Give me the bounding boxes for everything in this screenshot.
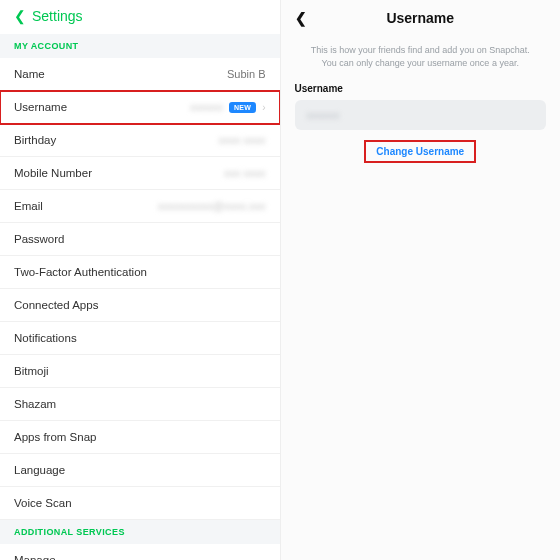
row-label: Birthday bbox=[14, 134, 56, 146]
chevron-right-icon: › bbox=[262, 102, 265, 113]
row-value: xxxxxxxxxx@xxxx.xxx bbox=[158, 200, 266, 212]
settings-title: Settings bbox=[32, 8, 83, 24]
row-label: Language bbox=[14, 464, 65, 476]
row-label: Apps from Snap bbox=[14, 431, 96, 443]
username-field-value: xxxxxx bbox=[307, 109, 340, 121]
settings-list: MY ACCOUNTNameSubin BUsernamexxxxxxNEW›B… bbox=[0, 34, 280, 560]
settings-row-email[interactable]: Emailxxxxxxxxxx@xxxx.xxx bbox=[0, 190, 280, 223]
settings-row-voice-scan[interactable]: Voice Scan bbox=[0, 487, 280, 520]
row-label: Manage bbox=[14, 554, 56, 560]
settings-row-birthday[interactable]: Birthdayxxxx xxxx bbox=[0, 124, 280, 157]
back-icon[interactable]: ❮ bbox=[14, 8, 26, 24]
row-value: xxxx xxxx bbox=[218, 134, 265, 146]
row-value: Subin B bbox=[227, 68, 266, 80]
row-label: Connected Apps bbox=[14, 299, 98, 311]
settings-row-bitmoji[interactable]: Bitmoji bbox=[0, 355, 280, 388]
row-label: Password bbox=[14, 233, 65, 245]
row-value: xxxxxx bbox=[190, 101, 223, 113]
username-field[interactable]: xxxxxx bbox=[295, 100, 547, 130]
section-header: MY ACCOUNT bbox=[0, 34, 280, 58]
change-username-button[interactable]: Change Username bbox=[364, 140, 476, 163]
back-icon[interactable]: ❮ bbox=[295, 10, 307, 26]
row-label: Two-Factor Authentication bbox=[14, 266, 147, 278]
row-label: Mobile Number bbox=[14, 167, 92, 179]
settings-row-username[interactable]: UsernamexxxxxxNEW› bbox=[0, 91, 280, 124]
settings-row-manage[interactable]: Manage bbox=[0, 544, 280, 560]
section-header: ADDITIONAL SERVICES bbox=[0, 520, 280, 544]
username-title: Username bbox=[386, 10, 454, 26]
username-header: ❮ Username bbox=[281, 0, 561, 38]
settings-header: ❮ Settings bbox=[0, 0, 280, 34]
settings-row-notifications[interactable]: Notifications bbox=[0, 322, 280, 355]
settings-panel: ❮ Settings MY ACCOUNTNameSubin BUsername… bbox=[0, 0, 281, 560]
row-label: Shazam bbox=[14, 398, 56, 410]
username-description: This is how your friends find and add yo… bbox=[281, 38, 561, 83]
settings-row-connected-apps[interactable]: Connected Apps bbox=[0, 289, 280, 322]
settings-row-name[interactable]: NameSubin B bbox=[0, 58, 280, 91]
row-label: Notifications bbox=[14, 332, 77, 344]
row-label: Email bbox=[14, 200, 43, 212]
settings-row-apps-from-snap[interactable]: Apps from Snap bbox=[0, 421, 280, 454]
settings-row-shazam[interactable]: Shazam bbox=[0, 388, 280, 421]
row-label: Voice Scan bbox=[14, 497, 72, 509]
row-label: Name bbox=[14, 68, 45, 80]
settings-row-mobile-number[interactable]: Mobile Numberxxx xxxx bbox=[0, 157, 280, 190]
username-panel: ❮ Username This is how your friends find… bbox=[281, 0, 561, 560]
settings-row-language[interactable]: Language bbox=[0, 454, 280, 487]
settings-row-two-factor-authentication[interactable]: Two-Factor Authentication bbox=[0, 256, 280, 289]
row-label: Username bbox=[14, 101, 67, 113]
settings-row-password[interactable]: Password bbox=[0, 223, 280, 256]
new-badge: NEW bbox=[229, 102, 256, 113]
row-value: xxx xxxx bbox=[224, 167, 266, 179]
row-label: Bitmoji bbox=[14, 365, 49, 377]
username-field-label: Username bbox=[281, 83, 561, 100]
